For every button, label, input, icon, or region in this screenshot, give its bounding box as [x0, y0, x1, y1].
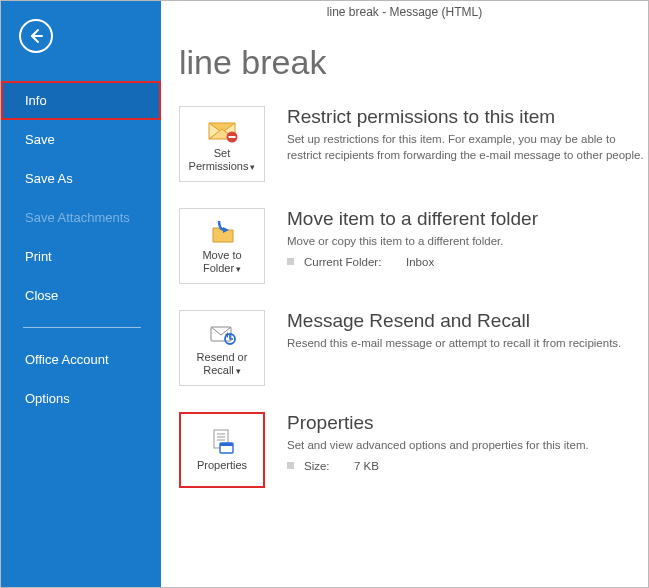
window-title: line break - Message (HTML) — [161, 1, 648, 19]
folder-move-icon — [205, 217, 239, 247]
nav-item-label: Save — [25, 132, 55, 147]
info-sections: Set Permissions▾ Restrict permissions to… — [179, 106, 648, 488]
nav-divider — [23, 327, 141, 328]
tile-label: Properties — [197, 459, 247, 472]
nav-save-attachments: Save Attachments — [1, 198, 161, 237]
section-body: Properties Set and view advanced options… — [287, 412, 648, 472]
move-to-folder-button[interactable]: Move to Folder▾ — [179, 208, 265, 284]
nav-info[interactable]: Info — [1, 81, 161, 120]
section-properties: Properties Properties Set and view advan… — [179, 412, 648, 488]
section-restrict-permissions: Set Permissions▾ Restrict permissions to… — [179, 106, 648, 182]
section-body: Move item to a different folder Move or … — [287, 208, 648, 268]
section-desc: Resend this e-mail message or attempt to… — [287, 336, 644, 352]
properties-icon — [207, 427, 237, 457]
section-title: Move item to a different folder — [287, 208, 644, 230]
chevron-down-icon: ▾ — [236, 366, 241, 376]
chevron-down-icon: ▾ — [250, 162, 255, 172]
kv-value: 7 KB — [354, 460, 379, 472]
nav-close[interactable]: Close — [1, 276, 161, 315]
section-move-item: Move to Folder▾ Move item to a different… — [179, 208, 648, 284]
section-title: Message Resend and Recall — [287, 310, 644, 332]
set-permissions-button[interactable]: Set Permissions▾ — [179, 106, 265, 182]
section-body: Message Resend and Recall Resend this e-… — [287, 310, 648, 358]
nav-item-label: Save Attachments — [25, 210, 130, 225]
section-body: Restrict permissions to this item Set up… — [287, 106, 648, 169]
section-desc: Set up restrictions for this item. For e… — [287, 132, 644, 163]
nav-save-as[interactable]: Save As — [1, 159, 161, 198]
page-title: line break — [179, 43, 648, 82]
nav-item-label: Print — [25, 249, 52, 264]
svg-rect-16 — [220, 443, 233, 446]
kv-value: Inbox — [406, 256, 434, 268]
section-desc: Move or copy this item to a different fo… — [287, 234, 644, 250]
nav-print[interactable]: Print — [1, 237, 161, 276]
bullet-icon — [287, 258, 294, 265]
section-desc: Set and view advanced options and proper… — [287, 438, 644, 454]
resend-recall-button[interactable]: Resend or Recall▾ — [179, 310, 265, 386]
nav-item-label: Office Account — [25, 352, 109, 367]
tile-label: Set Permissions▾ — [184, 147, 260, 173]
properties-button[interactable]: Properties — [179, 412, 265, 488]
section-title: Properties — [287, 412, 644, 434]
section-resend-recall: Resend or Recall▾ Message Resend and Rec… — [179, 310, 648, 386]
tile-label: Move to Folder▾ — [184, 249, 260, 275]
arrow-left-icon — [27, 27, 45, 45]
svg-rect-6 — [229, 136, 236, 138]
main-pane: line break - Message (HTML) line break — [161, 1, 648, 587]
back-button[interactable] — [19, 19, 53, 53]
size-row: Size: 7 KB — [287, 460, 644, 472]
bullet-icon — [287, 462, 294, 469]
nav-save[interactable]: Save — [1, 120, 161, 159]
nav-item-label: Info — [25, 93, 47, 108]
tile-label: Resend or Recall▾ — [184, 351, 260, 377]
backstage-sidebar: Info Save Save As Save Attachments Print… — [1, 1, 161, 587]
nav-item-label: Save As — [25, 171, 73, 186]
nav-office-account[interactable]: Office Account — [1, 340, 161, 379]
envelope-restrict-icon — [205, 115, 239, 145]
chevron-down-icon: ▾ — [236, 264, 241, 274]
current-folder-row: Current Folder: Inbox — [287, 256, 644, 268]
nav-item-label: Options — [25, 391, 70, 406]
resend-recall-icon — [205, 319, 239, 349]
nav-options[interactable]: Options — [1, 379, 161, 418]
section-title: Restrict permissions to this item — [287, 106, 644, 128]
kv-label: Current Folder: — [304, 256, 396, 268]
kv-label: Size: — [304, 460, 344, 472]
nav-item-label: Close — [25, 288, 58, 303]
